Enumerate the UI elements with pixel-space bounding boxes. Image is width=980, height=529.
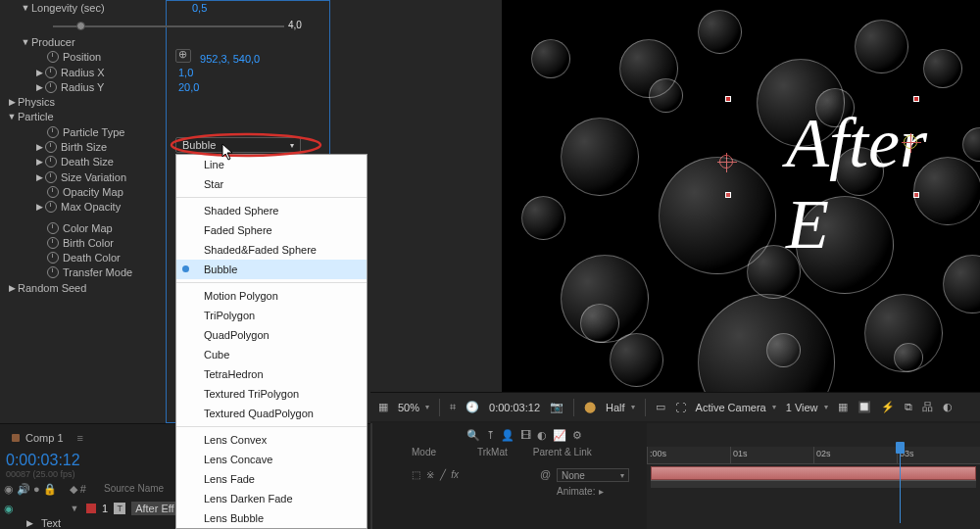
menu-item[interactable]: Textured TriPolygon	[176, 384, 367, 404]
twirl-icon[interactable]	[6, 112, 18, 121]
crosshair-icon[interactable]	[175, 49, 191, 63]
layer-label-color[interactable]	[86, 504, 96, 513]
resolution-icon[interactable]: ⌗	[450, 401, 456, 413]
parent-dropdown[interactable]: None▾	[557, 468, 629, 482]
stopwatch-icon[interactable]	[45, 201, 57, 213]
menu-item[interactable]: Motion Polygon	[176, 286, 367, 306]
layer-duration-bar[interactable]	[651, 466, 976, 480]
pixel-aspect-icon[interactable]: 🔲	[858, 401, 871, 413]
stopwatch-icon[interactable]	[47, 266, 59, 278]
flowchart-icon[interactable]: 品	[922, 400, 933, 414]
menu-item[interactable]: Lens Concave	[176, 450, 367, 469]
visibility-icon[interactable]: ◉	[4, 503, 14, 515]
twirl-icon[interactable]	[20, 37, 31, 47]
stopwatch-icon[interactable]	[45, 141, 57, 153]
menu-item[interactable]: Bubble	[176, 260, 367, 279]
menu-item[interactable]: Lens Convex	[176, 430, 367, 450]
search-icon[interactable]: 🔍	[466, 429, 480, 442]
motion-blur-icon[interactable]: ◐	[537, 429, 547, 442]
frame-blend-icon[interactable]: 🎞	[520, 429, 531, 442]
tab-menu-icon[interactable]: ≡	[77, 432, 83, 444]
stopwatch-icon[interactable]	[47, 186, 59, 198]
menu-item[interactable]: Textured QuadPolygon	[176, 404, 367, 423]
slider-track[interactable]	[53, 25, 284, 27]
comp-marker-icon[interactable]: ⤒	[486, 429, 495, 442]
stopwatch-icon[interactable]	[47, 252, 59, 264]
prop-value[interactable]: 1,0	[178, 67, 193, 78]
label-icon[interactable]: ◆	[70, 483, 77, 496]
menu-item[interactable]: Shaded Sphere	[176, 201, 367, 220]
collapse-switch[interactable]: ※	[426, 469, 434, 480]
animate-menu[interactable]: Animate:▸	[557, 486, 604, 497]
brainstorm-icon[interactable]: ⚙	[572, 429, 582, 442]
prop-longevity[interactable]: Longevity (sec) 0,5	[0, 0, 370, 15]
stopwatch-icon[interactable]	[45, 156, 57, 168]
view-layout-dropdown[interactable]: 1 View▾	[786, 402, 828, 413]
cti-head[interactable]	[896, 442, 905, 454]
mode-header[interactable]: Mode	[412, 447, 436, 457]
twirl-icon[interactable]	[33, 172, 45, 182]
timecode-icon[interactable]: 🕘	[466, 401, 479, 413]
comp-tab[interactable]: Comp 1 ≡	[12, 432, 83, 444]
prop-value[interactable]: 20,0	[178, 81, 199, 93]
add-icon[interactable]: ▸	[599, 486, 604, 497]
show-channel-icon[interactable]: ⬤	[584, 401, 596, 413]
twirl-icon[interactable]	[20, 3, 31, 13]
twirl-icon[interactable]	[33, 202, 45, 212]
twirl-icon[interactable]	[33, 157, 45, 167]
stopwatch-icon[interactable]	[47, 237, 59, 249]
fast-preview-icon[interactable]: ⚡	[881, 401, 895, 413]
fx-switch[interactable]: fx	[451, 469, 459, 480]
stopwatch-icon[interactable]	[45, 171, 57, 183]
parent-header[interactable]: Parent & Link	[533, 447, 592, 457]
twirl-icon[interactable]	[33, 142, 45, 152]
source-name-header[interactable]: Source Name	[104, 483, 164, 494]
shy-icon[interactable]: 👤	[501, 429, 514, 442]
layer-text-group[interactable]: Text	[24, 517, 61, 529]
twirl-icon[interactable]	[69, 504, 80, 513]
stopwatch-icon[interactable]	[45, 67, 57, 78]
pickwhip-icon[interactable]: @	[540, 468, 551, 480]
twirl-icon[interactable]	[24, 518, 35, 528]
region-icon[interactable]: ⛶	[675, 402, 686, 413]
menu-item[interactable]: Faded Sphere	[176, 220, 367, 240]
prop-radius-y[interactable]: Radius Y 20,0	[0, 79, 370, 94]
grid-icon[interactable]: ▦	[838, 401, 848, 413]
twirl-icon[interactable]	[6, 97, 18, 107]
trkmat-header[interactable]: TrkMat	[477, 447, 508, 457]
time-ruler[interactable]: :00s01s02s03s04s	[647, 447, 980, 464]
stopwatch-icon[interactable]	[45, 81, 57, 93]
prop-value[interactable]: 0,5	[192, 2, 207, 14]
prop-radius-x[interactable]: Radius X 1,0	[0, 65, 370, 79]
menu-item[interactable]: TetraHedron	[176, 364, 367, 384]
preview-timecode[interactable]: 0:00:03:12	[489, 402, 540, 413]
alpha-icon[interactable]: ▦	[378, 401, 388, 413]
twirl-icon[interactable]	[33, 68, 45, 77]
twirl-icon[interactable]	[6, 283, 18, 293]
anchor-point-icon[interactable]	[904, 135, 917, 149]
menu-item[interactable]: Lens Fade	[176, 469, 367, 489]
menu-item[interactable]: QuadPolygon	[176, 325, 367, 345]
selection-handle[interactable]	[725, 96, 731, 102]
timeline-timecode[interactable]: 0:00:03:12	[6, 452, 80, 469]
prop-physics[interactable]: Physics	[0, 94, 370, 109]
audio-icon[interactable]: 🔊	[17, 483, 30, 496]
shy-switch[interactable]: ⬚	[412, 469, 420, 480]
snapshot-icon[interactable]: 📷	[550, 401, 564, 413]
menu-item[interactable]: Line	[176, 155, 367, 174]
reset-exposure-icon[interactable]: ◐	[943, 401, 953, 413]
eye-icon[interactable]: ◉	[4, 483, 14, 496]
menu-item[interactable]: Lens Darken Fade	[176, 489, 367, 508]
timeline-icon[interactable]: ⧉	[905, 401, 912, 413]
toggle-transparency-icon[interactable]: ▭	[656, 401, 665, 413]
menu-item[interactable]: Shaded&Faded Sphere	[176, 240, 367, 260]
stopwatch-icon[interactable]	[47, 222, 59, 234]
camera-dropdown[interactable]: Active Camera▾	[696, 402, 776, 413]
quality-switch[interactable]: ╱	[440, 469, 446, 480]
prop-value[interactable]: 952,3, 540,0	[200, 53, 260, 65]
zoom-dropdown[interactable]: 50%▾	[398, 402, 429, 413]
graph-editor-icon[interactable]: 📈	[553, 429, 566, 442]
work-area-bar[interactable]	[651, 480, 976, 488]
slider-thumb[interactable]	[76, 22, 85, 30]
menu-item[interactable]: Star	[176, 174, 367, 194]
